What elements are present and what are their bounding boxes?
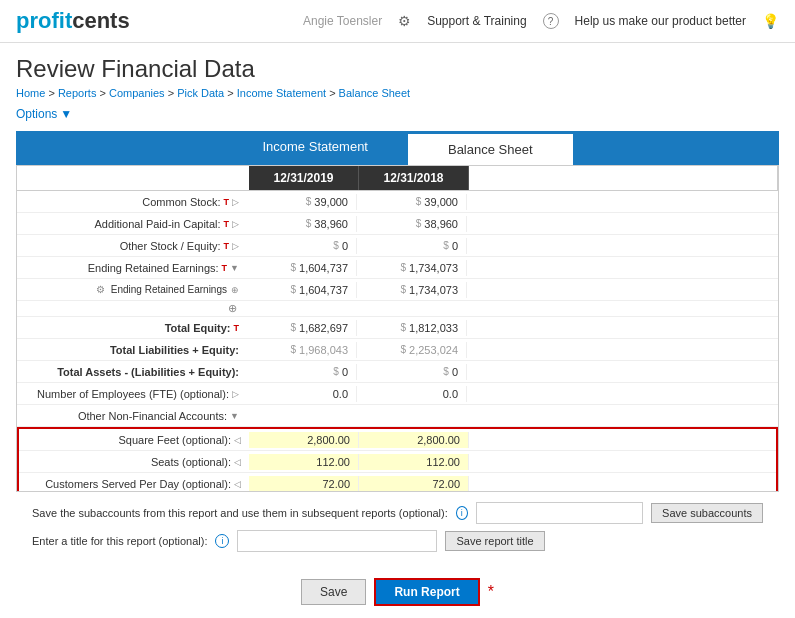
cell-val1: $39,000 — [247, 194, 357, 210]
row-label: Additional Paid-in Capital: T ▷ — [17, 215, 247, 233]
financial-table: 12/31/2019 12/31/2018 Common Stock: T ▷ … — [16, 165, 779, 492]
cell-val1: $38,960 — [247, 216, 357, 232]
save-button[interactable]: Save — [301, 579, 366, 605]
options-label: Options — [16, 107, 57, 121]
info-icon[interactable]: i — [456, 506, 468, 520]
flag-t-icon: T — [224, 197, 230, 207]
cell-val2: $1,734,073 — [357, 282, 467, 298]
table-row: Other Non-Financial Accounts: ▼ — [17, 405, 778, 427]
table-row: Other Stock / Equity: T ▷ $0 $0 — [17, 235, 778, 257]
table-row: Common Stock: T ▷ $39,000 $39,000 — [17, 191, 778, 213]
cell-val2: $1,812,033 — [357, 320, 467, 336]
arrow-right-icon[interactable]: ▷ — [232, 197, 239, 207]
gear-icon[interactable]: ⚙ — [398, 13, 411, 29]
row-label: Seats (optional): ◁ — [19, 453, 249, 471]
cell-val2[interactable]: 72.00 — [359, 476, 469, 491]
info-icon[interactable]: i — [215, 534, 229, 548]
row-label: Customers Served Per Day (optional): ◁ — [19, 475, 249, 491]
cell-val1: 0.0 — [247, 386, 357, 402]
options-bar: Options ▼ — [16, 105, 779, 123]
table-row: Number of Employees (FTE) (optional): ▷ … — [17, 383, 778, 405]
breadcrumb-companies[interactable]: Companies — [109, 87, 165, 99]
table-row: Square Feet (optional): ◁ 2,800.00 2,800… — [19, 429, 776, 451]
row-label: Square Feet (optional): ◁ — [19, 431, 249, 449]
cell-val2: $0 — [357, 238, 467, 254]
cell-val1: $1,682,697 — [247, 320, 357, 336]
row-label: Other Stock / Equity: T ▷ — [17, 237, 247, 255]
run-report-button[interactable]: Run Report — [374, 578, 479, 606]
cell-val1: $1,604,737 — [247, 260, 357, 276]
header-right: Angie Toensler ⚙ Support & Training ? He… — [303, 13, 779, 29]
cell-val2[interactable]: 2,800.00 — [359, 432, 469, 448]
breadcrumb-reports[interactable]: Reports — [58, 87, 97, 99]
cell-val2: $39,000 — [357, 194, 467, 210]
bottom-section: Save the subaccounts from this report an… — [16, 492, 779, 568]
row-label: Total Liabilities + Equity: — [17, 341, 247, 359]
arrow-right-icon[interactable]: ▷ — [232, 389, 239, 399]
flag-t-icon: T — [224, 241, 230, 251]
cell-val1[interactable]: 72.00 — [249, 476, 359, 491]
arrow-icon[interactable]: ◁ — [234, 435, 241, 445]
cell-val2: $38,960 — [357, 216, 467, 232]
arrow-down-icon[interactable]: ▼ — [230, 263, 239, 273]
arrow-down-icon[interactable]: ▼ — [230, 411, 239, 421]
report-title-input[interactable] — [237, 530, 437, 552]
cell-val1[interactable]: 112.00 — [249, 454, 359, 470]
row-label: Total Equity: T — [17, 319, 247, 337]
subaccounts-input[interactable] — [476, 502, 643, 524]
cell-val1: $0 — [247, 364, 357, 380]
table-row: ⊕ — [17, 301, 778, 317]
help-question-icon[interactable]: ? — [543, 13, 559, 29]
breadcrumb-pickdata[interactable]: Pick Data — [177, 87, 224, 99]
logo-cents: cents — [72, 8, 129, 34]
arrow-icon[interactable]: ◁ — [234, 457, 241, 467]
add-row-icon[interactable]: ⊕ — [228, 302, 237, 315]
report-title-row: Enter a title for this report (optional)… — [32, 530, 763, 552]
subaccounts-label: Save the subaccounts from this report an… — [32, 507, 448, 519]
table-row: Seats (optional): ◁ 112.00 112.00 — [19, 451, 776, 473]
save-report-title-button[interactable]: Save report title — [445, 531, 544, 551]
tab-balance-sheet[interactable]: Balance Sheet — [408, 131, 573, 165]
table-row: Ending Retained Earnings: T ▼ $1,604,737… — [17, 257, 778, 279]
subaccounts-row: Save the subaccounts from this report an… — [32, 502, 763, 524]
settings-icon[interactable]: ⚙ — [96, 284, 105, 295]
logo: profitcents — [16, 8, 130, 34]
row-label: Number of Employees (FTE) (optional): ▷ — [17, 385, 247, 403]
breadcrumb-income[interactable]: Income Statement — [237, 87, 326, 99]
highlighted-rows-group: Square Feet (optional): ◁ 2,800.00 2,800… — [17, 427, 778, 491]
cell-val1: $1,604,737 — [247, 282, 357, 298]
help-text: Help us make our product better — [575, 14, 746, 28]
non-financial-label: Other Non-Financial Accounts: — [78, 410, 227, 422]
arrow-right-icon[interactable]: ▷ — [232, 241, 239, 251]
table-row: Total Equity: T $1,682,697 $1,812,033 — [17, 317, 778, 339]
table-row: Total Liabilities + Equity: $1,968,043 $… — [17, 339, 778, 361]
breadcrumb-home[interactable]: Home — [16, 87, 45, 99]
table-row: Customers Served Per Day (optional): ◁ 7… — [19, 473, 776, 491]
cell-val2: 0.0 — [357, 386, 467, 402]
options-button[interactable]: Options ▼ — [16, 105, 72, 123]
row-label: Ending Retained Earnings: T ▼ — [17, 259, 247, 277]
cell-val2: $0 — [357, 364, 467, 380]
date-col2-header: 12/31/2018 — [359, 166, 469, 190]
required-indicator: * — [488, 583, 494, 601]
arrow-icon[interactable]: ◁ — [234, 479, 241, 489]
date-col1-header: 12/31/2019 — [249, 166, 359, 190]
support-link[interactable]: Support & Training — [427, 14, 526, 28]
table-row: ⚙ Ending Retained Earnings ⊕ $1,604,737 … — [17, 279, 778, 301]
cell-val1: $0 — [247, 238, 357, 254]
action-row: Save Run Report * — [16, 578, 779, 616]
cell-val2[interactable]: 112.00 — [359, 454, 469, 470]
tab-income-statement[interactable]: Income Statement — [222, 131, 408, 165]
bulb-icon: 💡 — [762, 13, 779, 29]
save-subaccounts-button[interactable]: Save subaccounts — [651, 503, 763, 523]
cell-val1: $1,968,043 — [247, 342, 357, 358]
help-label[interactable]: Help us make our product better — [575, 14, 746, 28]
arrow-right-icon[interactable]: ▷ — [232, 219, 239, 229]
breadcrumb-balance[interactable]: Balance Sheet — [339, 87, 411, 99]
logo-profit: profit — [16, 8, 72, 34]
chevron-down-icon: ▼ — [60, 107, 72, 121]
sub-plus-icon[interactable]: ⊕ — [231, 285, 239, 295]
report-title-label: Enter a title for this report (optional)… — [32, 535, 207, 547]
flag-t-icon: T — [224, 219, 230, 229]
cell-val1[interactable]: 2,800.00 — [249, 432, 359, 448]
